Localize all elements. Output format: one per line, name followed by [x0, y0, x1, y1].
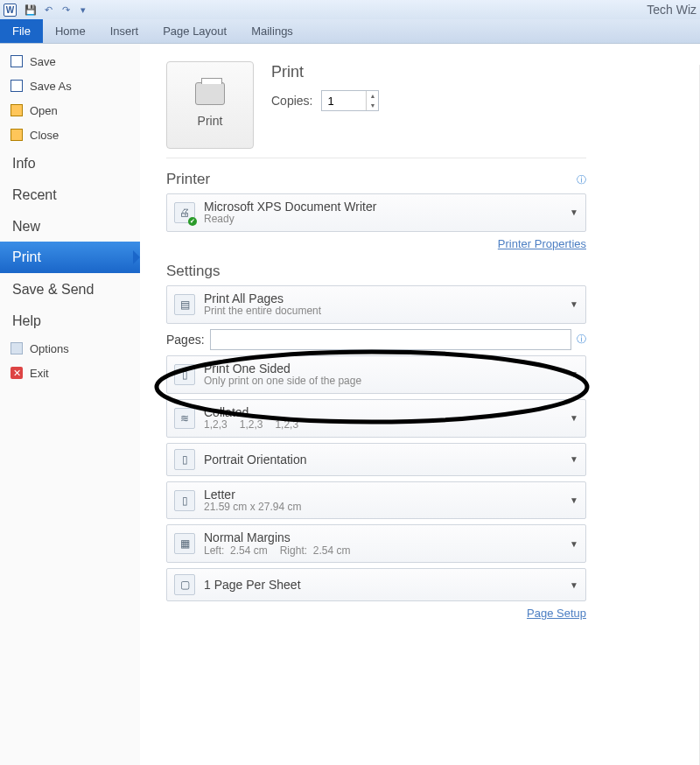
options-icon	[10, 342, 23, 354]
setting-print-range[interactable]: ▤ Print All Pages Print the entire docum…	[166, 285, 586, 324]
title-bar: W 💾 ↶ ↷ ▾ Tech Wiz	[0, 0, 700, 19]
label: Normal Margins	[204, 530, 561, 544]
printer-name: Microsoft XPS Document Writer	[204, 200, 561, 214]
setting-paper-size[interactable]: ▯ Letter 21.59 cm x 27.94 cm ▼	[166, 481, 586, 520]
tab-page-layout[interactable]: Page Layout	[150, 19, 239, 43]
portrait-icon: ▯	[174, 449, 195, 470]
chevron-down-icon: ▼	[570, 539, 578, 549]
chevron-down-icon: ▼	[570, 207, 578, 217]
sublabel: Left: 2.54 cmRight: 2.54 cm	[204, 545, 561, 558]
backstage-save[interactable]: Save	[0, 49, 140, 74]
setting-margins[interactable]: ▦ Normal Margins Left: 2.54 cmRight: 2.5…	[166, 524, 586, 563]
save-as-icon	[10, 80, 23, 92]
chevron-down-icon: ▼	[570, 299, 578, 309]
sublabel: 1,2,31,2,31,2,3	[204, 419, 561, 432]
exit-icon: ✕	[10, 367, 23, 379]
label: Collated	[204, 405, 561, 419]
margins-icon: ▦	[174, 533, 195, 554]
chevron-down-icon: ▼	[570, 580, 578, 590]
copies-input[interactable]	[322, 91, 366, 110]
label: Letter	[204, 488, 561, 502]
sheet-icon: ▢	[174, 574, 195, 595]
backstage-open[interactable]: Open	[0, 98, 140, 123]
printer-heading: Printer	[166, 171, 210, 188]
qat-customize-icon[interactable]: ▾	[76, 3, 90, 17]
setting-collate[interactable]: ≋ Collated 1,2,31,2,31,2,3 ▼	[166, 399, 586, 438]
backstage-new[interactable]: New	[0, 210, 140, 242]
print-button[interactable]: Print	[166, 61, 254, 149]
save-icon	[10, 55, 23, 67]
copies-up-icon[interactable]: ▲	[367, 91, 378, 101]
word-app-icon: W	[4, 4, 17, 17]
label: Print One Sided	[204, 361, 561, 375]
save-qat-icon[interactable]: 💾	[24, 3, 38, 17]
backstage-print[interactable]: Print	[0, 242, 140, 273]
sublabel: Print the entire document	[204, 305, 561, 318]
setting-orientation[interactable]: ▯ Portrait Orientation ▼	[166, 443, 586, 476]
sublabel: Only print on one side of the page	[204, 375, 561, 388]
label: 1 Page Per Sheet	[204, 578, 561, 592]
chevron-down-icon: ▼	[570, 495, 578, 505]
printer-info-icon[interactable]: ⓘ	[577, 173, 586, 186]
open-folder-icon	[10, 104, 23, 116]
backstage-info[interactable]: Info	[0, 147, 140, 179]
redo-qat-icon[interactable]: ↷	[59, 3, 73, 17]
sublabel: 21.59 cm x 27.94 cm	[204, 502, 561, 514]
label: Print All Pages	[204, 291, 561, 305]
pages-info-icon[interactable]: ⓘ	[577, 333, 586, 346]
printer-dropdown[interactable]: 🖨 Microsoft XPS Document Writer Ready ▼	[166, 193, 586, 232]
setting-pages-per-sheet[interactable]: ▢ 1 Page Per Sheet ▼	[166, 568, 586, 601]
close-folder-icon	[10, 129, 23, 141]
tab-file[interactable]: File	[0, 19, 43, 43]
window-title: Tech Wiz	[647, 3, 696, 17]
label: Exit	[30, 367, 49, 380]
backstage-close[interactable]: Close	[0, 123, 140, 147]
pages-label: Pages:	[166, 333, 205, 347]
copies-spinner[interactable]: ▲ ▼	[321, 90, 379, 111]
chevron-down-icon: ▼	[570, 369, 578, 379]
print-heading: Print	[271, 63, 586, 81]
chevron-down-icon: ▼	[570, 413, 578, 423]
backstage-recent[interactable]: Recent	[0, 179, 140, 210]
label: Print	[12, 249, 41, 265]
backstage-save-send[interactable]: Save & Send	[0, 273, 140, 305]
settings-heading: Settings	[166, 263, 220, 280]
backstage-exit[interactable]: ✕Exit	[0, 361, 140, 385]
label: Options	[30, 342, 69, 355]
copies-down-icon[interactable]: ▼	[367, 101, 378, 110]
collate-icon: ≋	[174, 408, 195, 429]
tab-insert[interactable]: Insert	[98, 19, 151, 43]
chevron-down-icon: ▼	[570, 454, 578, 464]
label: Print	[198, 114, 223, 128]
pages-input[interactable]	[210, 329, 571, 350]
copies-label: Copies:	[271, 94, 312, 108]
ribbon-tabs: File Home Insert Page Layout Mailings	[0, 19, 700, 44]
one-sided-icon: ▯	[174, 364, 195, 385]
setting-sides[interactable]: ▯ Print One Sided Only print on one side…	[166, 355, 586, 394]
backstage-help[interactable]: Help	[0, 305, 140, 336]
backstage-nav: Save Save As Open Close Info Recent New …	[0, 44, 140, 765]
label: Save	[30, 55, 56, 68]
label: Portrait Orientation	[204, 453, 561, 467]
label: Close	[30, 129, 59, 142]
label: Open	[30, 104, 58, 117]
pages-icon: ▤	[174, 294, 195, 315]
printer-properties-link[interactable]: Printer Properties	[498, 237, 586, 250]
tab-home[interactable]: Home	[43, 19, 98, 43]
backstage-save-as[interactable]: Save As	[0, 74, 140, 98]
print-panel: Print Print Copies: ▲ ▼	[140, 44, 700, 765]
printer-device-icon: 🖨	[174, 202, 195, 223]
label: Save As	[30, 80, 72, 93]
page-setup-link[interactable]: Page Setup	[527, 607, 586, 620]
tab-mailings[interactable]: Mailings	[239, 19, 305, 43]
printer-status: Ready	[204, 214, 561, 226]
printer-icon	[195, 82, 225, 105]
backstage-options[interactable]: Options	[0, 336, 140, 361]
undo-qat-icon[interactable]: ↶	[41, 3, 55, 17]
paper-icon: ▯	[174, 490, 195, 511]
